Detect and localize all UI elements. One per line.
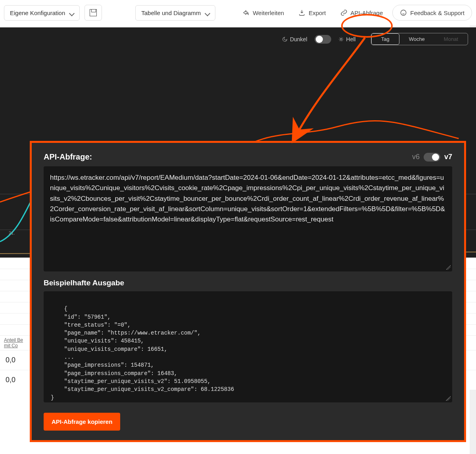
version-v7-label: v7	[444, 153, 452, 161]
feedback-label: Feedback & Support	[410, 10, 464, 16]
version-toggle[interactable]	[424, 153, 440, 162]
config-dropdown-label: Eigene Konfiguration	[10, 10, 65, 16]
api-query-button[interactable]: API-Abfrage	[336, 6, 388, 19]
svg-point-1	[340, 38, 342, 40]
feedback-button[interactable]: Feedback & Support	[392, 5, 472, 21]
period-week-button[interactable]: Woche	[399, 33, 434, 45]
view-dropdown-button[interactable]: Tabelle und Diagramm	[135, 5, 215, 21]
x-axis-tick: 21.	[9, 231, 15, 235]
share-label: Weiterleiten	[253, 10, 284, 16]
version-v6-label: v6	[412, 153, 420, 161]
theme-dark-text: Dunkel	[290, 36, 307, 42]
api-query-label: API-Abfrage	[351, 10, 383, 16]
save-icon	[90, 9, 97, 16]
theme-dark-label: Dunkel	[282, 36, 307, 42]
period-day-button[interactable]: Tag	[371, 33, 399, 45]
api-url-textarea[interactable]: https://ws.etracker.com/api/v7/report/EA…	[44, 166, 452, 271]
share-icon	[242, 9, 250, 16]
sun-icon	[338, 37, 344, 42]
api-query-dialog: API-Abfrage: v6 v7 https://ws.etracker.c…	[30, 141, 466, 442]
table-header-text-1: Anteil Be	[4, 337, 23, 343]
dialog-title: API-Abfrage:	[44, 152, 92, 162]
svg-point-0	[401, 10, 406, 15]
download-icon	[298, 9, 305, 16]
export-label: Export	[309, 10, 326, 16]
link-icon	[340, 9, 347, 16]
theme-toggle[interactable]	[315, 35, 331, 44]
config-dropdown-button[interactable]: Eigene Konfiguration	[4, 5, 80, 21]
chevron-down-icon	[205, 11, 209, 15]
example-output-text: { "id": "57961", "tree_status": "=0", "p…	[51, 306, 234, 400]
top-toolbar: Eigene Konfiguration Tabelle und Diagram…	[0, 0, 476, 25]
theme-light-label: Hell	[338, 36, 356, 42]
period-month-button[interactable]: Monat	[434, 33, 468, 45]
resize-handle-icon[interactable]	[446, 265, 451, 270]
api-url-text: https://ws.etracker.com/api/v7/report/EA…	[50, 174, 445, 223]
api-version-switch: v6 v7	[412, 153, 452, 162]
chevron-down-icon	[70, 11, 74, 15]
example-output-heading: Beispielhafte Ausgabe	[44, 279, 452, 287]
resize-handle-icon[interactable]	[446, 396, 451, 401]
period-segment-group: Tag Woche Monat	[371, 33, 468, 45]
example-output-code[interactable]: { "id": "57961", "tree_status": "=0", "p…	[44, 291, 452, 402]
moon-icon	[282, 37, 288, 42]
table-header-text-2: mit Co	[4, 343, 18, 348]
chart-controls: Dunkel Hell Tag Woche Monat	[0, 27, 476, 51]
export-button[interactable]: Export	[294, 6, 330, 19]
save-config-button[interactable]	[84, 5, 102, 21]
share-button[interactable]: Weiterleiten	[238, 6, 289, 19]
smiley-icon	[400, 9, 407, 16]
theme-light-text: Hell	[346, 36, 356, 42]
view-dropdown-label: Tabelle und Diagramm	[141, 10, 201, 16]
dialog-header: API-Abfrage: v6 v7	[44, 152, 452, 162]
